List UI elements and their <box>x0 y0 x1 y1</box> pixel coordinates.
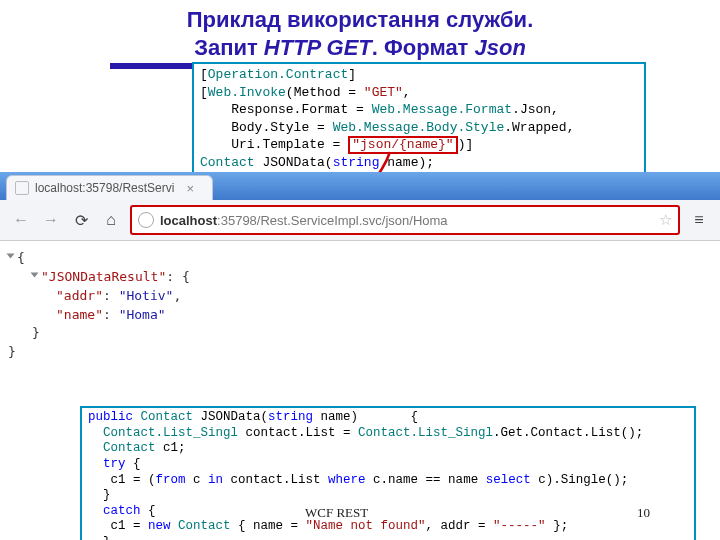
reload-button[interactable]: ⟳ <box>70 209 92 231</box>
close-tab-icon[interactable]: × <box>186 181 194 196</box>
back-button[interactable]: ← <box>10 209 32 231</box>
bookmark-icon[interactable]: ☆ <box>659 211 672 229</box>
forward-button[interactable]: → <box>40 209 62 231</box>
home-button[interactable]: ⌂ <box>100 209 122 231</box>
disclosure-triangle-icon[interactable] <box>31 272 39 277</box>
code-contract-box: [Operation.Contract] [Web.Invoke(Method … <box>192 62 646 178</box>
json-close: } <box>8 344 16 359</box>
address-bar[interactable]: localhost:35798/Rest.ServiceImpl.svc/jso… <box>130 205 680 235</box>
title-line2-c: . Формат <box>372 35 475 60</box>
tab-label: localhost:35798/RestServi <box>35 181 174 195</box>
forward-icon: → <box>43 211 59 229</box>
browser-window: localhost:35798/RestServi × ← → ⟳ ⌂ loca… <box>0 172 720 374</box>
uri-template-highlight: "json/{name}" <box>348 136 457 154</box>
menu-button[interactable]: ≡ <box>688 209 710 231</box>
back-icon: ← <box>13 211 29 229</box>
favicon-icon <box>15 181 29 195</box>
json-root-key: "JSONDataResult" <box>41 269 166 284</box>
home-icon: ⌂ <box>106 211 116 229</box>
title-http-get: HTTP GET <box>264 35 372 60</box>
title-json: Json <box>475 35 526 60</box>
url-host: localhost <box>160 213 217 228</box>
browser-content: { "JSONDataResult": { "addr": "Hotiv", "… <box>0 241 720 374</box>
code-impl-box: public Contact JSONData(string name) { C… <box>80 406 696 540</box>
json-addr-value: "Hotiv" <box>119 288 174 303</box>
json-open: { <box>17 250 25 265</box>
browser-toolbar: ← → ⟳ ⌂ localhost:35798/Rest.ServiceImpl… <box>0 200 720 241</box>
globe-icon <box>138 212 154 228</box>
json-name-key: "name" <box>56 307 103 322</box>
menu-icon: ≡ <box>694 211 703 229</box>
slide-title: Приклад використання служби. Запит HTTP … <box>0 0 720 63</box>
title-line2-a: Запит <box>194 35 264 60</box>
reload-icon: ⟳ <box>75 211 88 230</box>
json-name-value: "Homa" <box>119 307 166 322</box>
url-path: :35798/Rest.ServiceImpl.svc/json/Homa <box>217 213 447 228</box>
browser-tab[interactable]: localhost:35798/RestServi × <box>6 175 213 200</box>
disclosure-triangle-icon[interactable] <box>7 254 15 259</box>
footer-label: WCF REST <box>305 505 368 521</box>
browser-tabbar: localhost:35798/RestServi × <box>0 172 720 200</box>
title-line1: Приклад використання служби. <box>187 7 534 32</box>
json-addr-key: "addr" <box>56 288 103 303</box>
page-number: 10 <box>637 505 650 521</box>
